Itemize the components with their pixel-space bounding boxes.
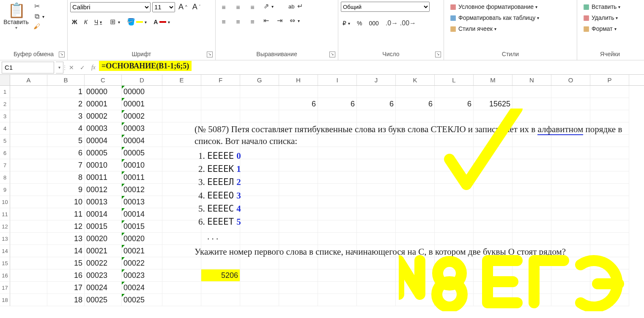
col-header-A[interactable]: A [10,75,47,85]
cell-N1[interactable] [512,86,551,98]
cell-G1[interactable] [240,86,279,98]
cell-E12[interactable] [162,220,201,233]
cell-I8[interactable] [318,171,357,184]
row-header[interactable]: 18 [0,294,10,306]
wrap-text-button[interactable]: ab↵ [287,2,305,11]
cell-K9[interactable] [396,184,435,196]
cell-E11[interactable] [162,208,201,220]
cell-C1[interactable]: 00000 [85,86,122,98]
cell-C16[interactable]: 00023 [85,269,122,282]
align-center-button[interactable]: ≡ [233,16,244,28]
cell-C10[interactable]: 00013 [85,196,122,208]
cell-P6[interactable] [590,147,629,159]
formula-input[interactable]: =ОСНОВАНИЕ(B1-1;6;5) [99,62,644,73]
cell-N3[interactable] [512,110,551,122]
cell-N7[interactable] [512,159,551,171]
cell-B16[interactable]: 16 [47,269,85,282]
cell-L1[interactable] [435,86,474,98]
cell-M7[interactable] [474,159,512,171]
decrease-font-button[interactable]: Aˇ [191,2,202,12]
cell-M2[interactable]: 15625 [474,98,512,110]
cell-H10[interactable] [279,196,318,208]
orientation-button[interactable]: ⇗▾ [260,2,275,11]
cell-J5[interactable] [357,135,396,147]
delete-cells-button[interactable]: ▦Удалить ▾ [580,13,630,23]
align-right-button[interactable]: ≡ [247,16,259,28]
cell-A3[interactable] [10,110,47,122]
cell-M9[interactable] [474,184,512,196]
number-format-select[interactable]: Общий [341,2,430,12]
cell-N18[interactable] [512,294,551,306]
cell-P14[interactable] [590,245,629,257]
cell-C11[interactable]: 00014 [85,208,122,220]
cell-G12[interactable] [240,220,279,233]
cell-styles-button[interactable]: ▦Стили ячеек ▾ [447,24,569,34]
row-header[interactable]: 11 [0,208,10,220]
col-header-E[interactable]: E [162,75,201,85]
cell-A11[interactable] [10,208,47,220]
cell-D16[interactable]: 00023 [122,269,162,282]
cell-F5[interactable] [201,135,240,147]
row-header[interactable]: 15 [0,257,10,269]
cell-F15[interactable] [201,257,240,269]
cell-H3[interactable] [279,110,318,122]
cell-N9[interactable] [512,184,551,196]
cell-I16[interactable] [318,269,357,282]
cell-B15[interactable]: 15 [47,257,85,269]
cell-D5[interactable]: 00004 [122,135,162,147]
cell-I13[interactable] [318,233,357,245]
cell-P7[interactable] [590,159,629,171]
cell-P1[interactable] [590,86,629,98]
cell-M5[interactable] [474,135,512,147]
decrease-indent-button[interactable]: ⇤ [260,16,271,25]
cell-K12[interactable] [396,220,435,233]
cell-B18[interactable]: 18 [47,294,85,306]
cell-F2[interactable] [201,98,240,110]
cell-I11[interactable] [318,208,357,220]
cell-K14[interactable] [396,245,435,257]
cell-O9[interactable] [551,184,590,196]
cell-F10[interactable] [201,196,240,208]
align-middle-button[interactable]: ≡ [233,2,244,14]
cell-D3[interactable]: 00002 [122,110,162,122]
cell-D4[interactable]: 00003 [122,122,162,135]
cell-C2[interactable]: 00001 [85,98,122,110]
cell-D14[interactable]: 00021 [122,245,162,257]
cell-D2[interactable]: 00001 [122,98,162,110]
cell-M18[interactable] [474,294,512,306]
cell-H1[interactable] [279,86,318,98]
cell-G17[interactable] [240,282,279,294]
cell-I9[interactable] [318,184,357,196]
row-header[interactable]: 6 [0,147,10,159]
cell-N14[interactable] [512,245,551,257]
cell-G8[interactable] [240,171,279,184]
spreadsheet[interactable]: ABCDEFGHIJKLMNOP 11000000000022000010000… [0,75,644,318]
cell-F18[interactable] [201,294,240,306]
cell-D8[interactable]: 00011 [122,171,162,184]
cell-A9[interactable] [10,184,47,196]
cell-L2[interactable]: 6 [435,98,474,110]
cell-I2[interactable]: 6 [318,98,357,110]
cell-O1[interactable] [551,86,590,98]
decrease-decimal-button[interactable]: .00→ [398,19,409,28]
cell-G15[interactable] [240,257,279,269]
cancel-formula-button[interactable]: ✕ [66,62,77,73]
cell-E4[interactable] [162,122,201,135]
cell-D10[interactable]: 00013 [122,196,162,208]
cell-G6[interactable] [240,147,279,159]
cell-A15[interactable] [10,257,47,269]
cell-O17[interactable] [551,282,590,294]
align-top-button[interactable]: ≡ [218,2,230,14]
cell-O13[interactable] [551,233,590,245]
cell-A7[interactable] [10,159,47,171]
cell-F3[interactable] [201,110,240,122]
cell-K6[interactable] [396,147,435,159]
cell-O3[interactable] [551,110,590,122]
cell-C3[interactable]: 00002 [85,110,122,122]
cell-J2[interactable]: 6 [357,98,396,110]
cell-H7[interactable] [279,159,318,171]
cell-M13[interactable] [474,233,512,245]
increase-indent-button[interactable]: ⇥ [274,16,285,25]
cell-H16[interactable] [279,269,318,282]
cell-D1[interactable]: 00000 [122,86,162,98]
